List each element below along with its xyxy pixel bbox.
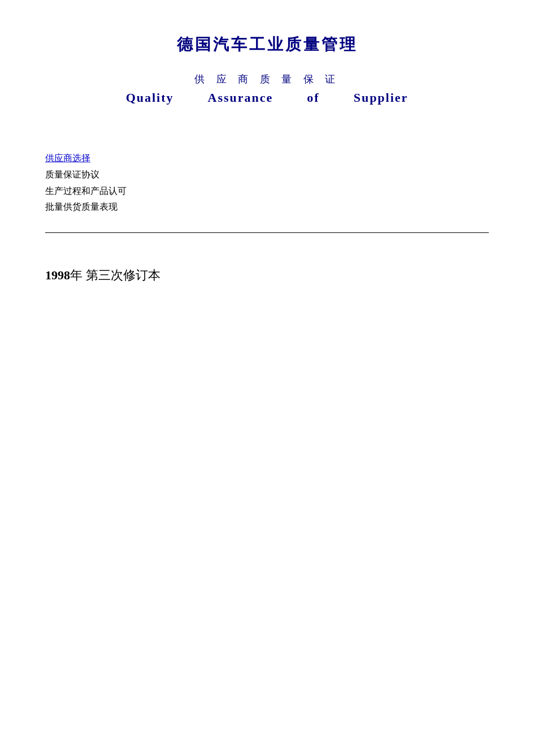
edition-description: 年 第三次修订本: [70, 268, 160, 282]
section-divider: [45, 232, 489, 233]
toc-item-quality-agreement: 质量保证协议: [45, 167, 489, 183]
toc-item-batch-quality: 批量供货质量表现: [45, 199, 489, 215]
document-page: 德国汽车工业质量管理 供 应 商 质 量 保 证 Quality Assuran…: [0, 0, 534, 756]
english-word-quality: Quality: [126, 90, 174, 105]
edition-info: 1998年 第三次修订本: [45, 267, 489, 284]
english-word-supplier: Supplier: [354, 90, 409, 105]
toc-item-supplier-selection[interactable]: 供应商选择: [45, 150, 489, 167]
main-title: 德国汽车工业质量管理: [45, 34, 489, 55]
edition-text: 1998年 第三次修订本: [45, 268, 160, 282]
subtitle-english: Quality Assurance of Supplier: [45, 90, 489, 105]
year-bold: 1998: [45, 268, 70, 282]
english-word-of: of: [307, 90, 319, 105]
subtitle-chinese: 供 应 商 质 量 保 证: [45, 72, 489, 86]
english-word-assurance: Assurance: [208, 90, 273, 105]
table-of-contents: 供应商选择 质量保证协议 生产过程和产品认可 批量供货质量表现: [45, 150, 489, 215]
toc-item-production-approval: 生产过程和产品认可: [45, 183, 489, 200]
